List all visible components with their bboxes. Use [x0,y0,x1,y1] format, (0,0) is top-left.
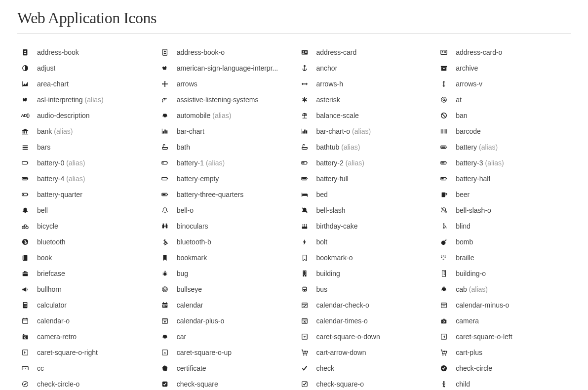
icon-item-certificate[interactable]: certificate [157,360,292,376]
icon-label: bullseye [177,281,202,297]
icon-item-calendar-plus-o[interactable]: calendar-plus-o [157,313,292,329]
icon-item-battery-1[interactable]: battery-1(alias) [157,155,292,171]
icon-item-blind[interactable]: blind [436,218,571,234]
check-square-o-icon [297,381,313,388]
icon-item-bell-o[interactable]: bell-o [157,202,292,218]
icon-item-arrows-h[interactable]: arrows-h [297,76,431,92]
icon-item-balance-scale[interactable]: balance-scale [297,108,431,123]
icon-item-battery-three-quarters[interactable]: battery-three-quarters [157,187,292,202]
icon-item-battery-empty[interactable]: battery-empty [157,171,292,187]
icon-item-battery-half[interactable]: battery-half [436,171,571,187]
icon-item-calendar[interactable]: calendar [157,297,292,313]
icon-item-caret-square-o-up[interactable]: caret-square-o-up [157,345,292,360]
icon-item-automobile[interactable]: automobile(alias) [157,108,292,123]
svg-point-87 [163,272,166,275]
icon-item-at[interactable]: at [436,92,571,108]
icon-item-check-square-o[interactable]: check-square-o [297,376,431,390]
icon-item-battery-0[interactable]: battery-0(alias) [17,155,152,171]
svg-point-153 [303,354,304,355]
icon-item-calendar-o[interactable]: calendar-o [17,313,152,329]
icon-item-check-square[interactable]: check-square [157,376,292,390]
icon-label: battery-3 [456,155,483,171]
icon-item-battery-full[interactable]: battery-full [297,171,431,187]
icon-item-arrows-v[interactable]: arrows-v [436,76,571,92]
icon-item-camera[interactable]: camera [436,313,571,329]
icon-item-anchor[interactable]: anchor [297,60,431,76]
icon-item-battery-2[interactable]: battery-2(alias) [297,155,431,171]
icon-item-archive[interactable]: archive [436,60,571,76]
icon-item-bell[interactable]: bell [17,202,152,218]
icon-item-bell-slash[interactable]: bell-slash [297,202,431,218]
icon-item-bus[interactable]: bus [297,281,431,297]
icon-item-caret-square-o-right[interactable]: caret-square-o-right [17,345,152,360]
arrows-v-icon [436,80,452,87]
icon-item-cc[interactable]: CCcc [17,360,152,376]
icon-item-bank[interactable]: bank(alias) [17,123,152,139]
icon-item-assistive-listening-systems[interactable]: assistive-listening-systems [157,92,292,108]
icon-item-calculator[interactable]: calculator [17,297,152,313]
icon-item-asterisk[interactable]: asterisk [297,92,431,108]
icon-item-calendar-times-o[interactable]: calendar-times-o [297,313,431,329]
icon-item-caret-square-o-left[interactable]: caret-square-o-left [436,329,571,345]
icon-item-barcode[interactable]: barcode [436,123,571,139]
icon-item-address-card-o[interactable]: address-card-o [436,44,571,60]
icon-item-book[interactable]: book [17,250,152,266]
icon-item-binoculars[interactable]: binoculars [157,218,292,234]
icon-item-check[interactable]: check [297,360,431,376]
icon-item-address-book[interactable]: address-book [17,44,152,60]
icon-item-braille[interactable]: braille [436,250,571,266]
icon-item-cab[interactable]: cab(alias) [436,281,571,297]
icon-item-building-o[interactable]: building-o [436,266,571,281]
icon-item-bicycle[interactable]: bicycle [17,218,152,234]
icon-item-check-circle[interactable]: check-circle [436,360,571,376]
icon-item-battery-4[interactable]: battery-4(alias) [17,171,152,187]
at-icon [436,96,452,103]
icon-item-battery[interactable]: battery(alias) [436,139,571,155]
icon-item-bell-slash-o[interactable]: bell-slash-o [436,202,571,218]
icon-item-arrows[interactable]: arrows [157,76,292,92]
icon-item-battery-3[interactable]: battery-3(alias) [436,155,571,171]
icon-item-bookmark-o[interactable]: bookmark-o [297,250,431,266]
svg-rect-71 [166,224,167,225]
icon-item-check-circle-o[interactable]: check-circle-o [17,376,152,390]
icon-item-american-sign-language-interpr[interactable]: american-sign-language-interpr... [157,60,292,76]
icon-item-bolt[interactable]: bolt [297,234,431,250]
icon-item-bath[interactable]: bath [157,139,292,155]
icon-item-child[interactable]: child [436,376,571,390]
icon-item-beer[interactable]: beer [436,187,571,202]
icon-item-bars[interactable]: bars [17,139,152,155]
icon-item-caret-square-o-down[interactable]: caret-square-o-down [297,329,431,345]
icon-item-ban[interactable]: ban [436,108,571,123]
icon-item-bullseye[interactable]: bullseye [157,281,292,297]
icon-item-bar-chart-o[interactable]: bar-chart-o(alias) [297,123,431,139]
icon-item-audio-description[interactable]: AD))audio-description [17,108,152,123]
icon-item-calendar-check-o[interactable]: calendar-check-o [297,297,431,313]
icon-item-building[interactable]: building [297,266,431,281]
icon-item-bookmark[interactable]: bookmark [157,250,292,266]
icon-item-briefcase[interactable]: briefcase [17,266,152,281]
icon-item-bar-chart[interactable]: bar-chart [157,123,292,139]
icon-item-calendar-minus-o[interactable]: calendar-minus-o [436,297,571,313]
svg-rect-135 [24,318,24,319]
icon-item-address-card[interactable]: address-card [297,44,431,60]
icon-item-bullhorn[interactable]: bullhorn [17,281,152,297]
icon-item-cart-plus[interactable]: cart-plus [436,345,571,360]
icon-item-bomb[interactable]: bomb [436,234,571,250]
icon-item-car[interactable]: car [157,329,292,345]
icon-item-birthday-cake[interactable]: birthday-cake [297,218,431,234]
svg-rect-131 [302,303,307,308]
caret-square-o-down-icon [297,333,313,340]
icon-item-bug[interactable]: bug [157,266,292,281]
icon-item-bluetooth[interactable]: bluetooth [17,234,152,250]
icon-item-adjust[interactable]: adjust [17,60,152,76]
icon-item-cart-arrow-down[interactable]: cart-arrow-down [297,345,431,360]
icon-item-bluetooth-b[interactable]: bluetooth-b [157,234,292,250]
icon-item-asl-interpreting[interactable]: asl-interpreting(alias) [17,92,152,108]
icon-item-battery-quarter[interactable]: battery-quarter [17,187,152,202]
icon-item-bathtub[interactable]: bathtub(alias) [297,139,431,155]
icon-item-area-chart[interactable]: area-chart [17,76,152,92]
icon-item-bed[interactable]: bed [297,187,431,202]
icon-item-camera-retro[interactable]: camera-retro [17,329,152,345]
icon-label: calculator [37,297,67,313]
icon-item-address-book-o[interactable]: address-book-o [157,44,292,60]
